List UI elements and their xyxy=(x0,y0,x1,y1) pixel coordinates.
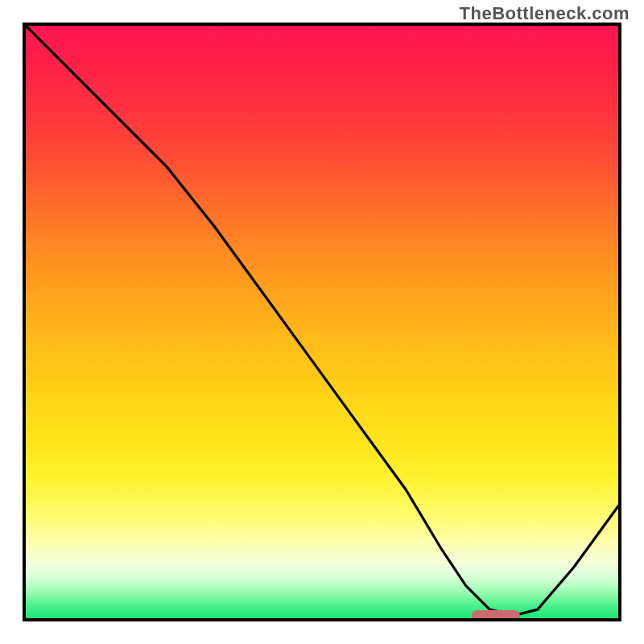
chart-root: TheBottleneck.com xyxy=(0,0,644,644)
plot-area xyxy=(23,23,621,621)
watermark-text: TheBottleneck.com xyxy=(460,3,630,24)
bottleneck-curve xyxy=(23,23,621,621)
optimal-marker xyxy=(472,610,520,621)
curve-path xyxy=(23,23,621,616)
